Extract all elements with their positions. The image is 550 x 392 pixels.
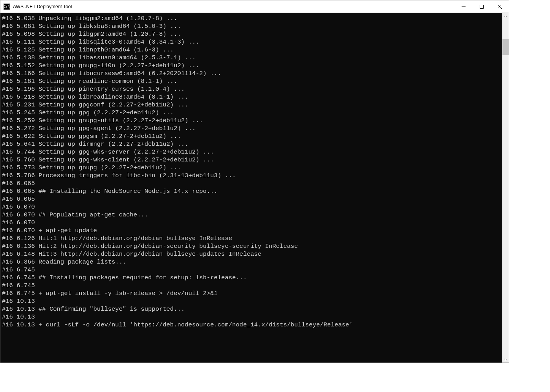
console-line: #16 5.196 Setting up pinentry-curses (1.… xyxy=(2,85,502,93)
console-line: #16 5.744 Setting up gpg-wks-server (2.2… xyxy=(2,148,502,156)
console-line: #16 5.181 Setting up readline-common (8.… xyxy=(2,77,502,85)
minimize-button[interactable] xyxy=(455,0,473,13)
console-line: #16 5.081 Setting up libksba8:amd64 (1.5… xyxy=(2,22,502,30)
console-line: #16 6.148 Hit:3 http://deb.debian.org/de… xyxy=(2,250,502,258)
console-line: #16 6.070 xyxy=(2,219,502,227)
console-line: #16 6.070 ## Populating apt-get cache... xyxy=(2,211,502,219)
console-line: #16 5.231 Setting up gpgconf (2.2.27-2+d… xyxy=(2,101,502,109)
console-line: #16 6.126 Hit:1 http://deb.debian.org/de… xyxy=(2,234,502,242)
console-line: #16 5.138 Setting up libassuan0:amd64 (2… xyxy=(2,54,502,62)
close-icon xyxy=(498,5,502,9)
window-icon: C:\ xyxy=(4,4,10,10)
console-line: #16 5.245 Setting up gpg (2.2.27-2+deb11… xyxy=(2,109,502,117)
console-line: #16 5.760 Setting up gpg-wks-client (2.2… xyxy=(2,156,502,164)
vertical-scrollbar[interactable] xyxy=(502,13,509,363)
console-line: #16 6.065 ## Installing the NodeSource N… xyxy=(2,187,502,195)
console-line: #16 5.098 Setting up libgpm2:amd64 (1.20… xyxy=(2,30,502,38)
console-line: #16 5.786 Processing triggers for libc-b… xyxy=(2,172,502,180)
console-line: #16 6.745 xyxy=(2,282,502,289)
console-line: #16 5.622 Setting up gpgsm (2.2.27-2+deb… xyxy=(2,132,502,140)
console-line: #16 5.166 Setting up libncursesw6:amd64 … xyxy=(2,70,502,77)
scrollbar-track[interactable] xyxy=(502,20,509,356)
console-line: #16 5.218 Setting up libreadline8:amd64 … xyxy=(2,93,502,101)
console-line: #16 5.111 Setting up libsqlite3-0:amd64 … xyxy=(2,38,502,46)
console-line: #16 5.641 Setting up dirmngr (2.2.27-2+d… xyxy=(2,140,502,148)
console-output[interactable]: #16 5.038 Unpacking libgpm2:amd64 (1.20.… xyxy=(0,13,502,363)
scrollbar-down-button[interactable] xyxy=(502,356,509,363)
scrollbar-up-button[interactable] xyxy=(502,13,509,20)
console-line: #16 10.13 + curl -sLf -o /dev/null 'http… xyxy=(2,321,502,329)
window-title: AWS .NET Deployment Tool xyxy=(13,4,455,9)
console-line: #16 6.745 + apt-get install -y lsb-relea… xyxy=(2,289,502,297)
console-line: #16 10.13 xyxy=(2,313,502,321)
console-line: #16 6.366 Reading package lists... xyxy=(2,258,502,266)
console-line: #16 6.136 Hit:2 http://deb.debian.org/de… xyxy=(2,242,502,250)
window-titlebar: C:\ AWS .NET Deployment Tool xyxy=(0,0,509,13)
console-line: #16 6.065 xyxy=(2,180,502,187)
close-button[interactable] xyxy=(491,0,509,13)
maximize-icon xyxy=(480,5,484,9)
console-line: #16 6.070 + apt-get update xyxy=(2,227,502,234)
console-line: #16 5.152 Setting up gnupg-l10n (2.2.27-… xyxy=(2,62,502,70)
console-line: #16 6.070 xyxy=(2,203,502,211)
console-line: #16 6.745 xyxy=(2,266,502,274)
scrollbar-thumb[interactable] xyxy=(502,39,509,55)
console-line: #16 6.065 xyxy=(2,195,502,203)
console-line: #16 10.13 xyxy=(2,297,502,305)
console-line: #16 5.259 Setting up gnupg-utils (2.2.27… xyxy=(2,117,502,125)
console-area: #16 5.038 Unpacking libgpm2:amd64 (1.20.… xyxy=(0,13,509,363)
chevron-up-icon xyxy=(504,15,507,18)
console-line: #16 6.745 ## Installing packages require… xyxy=(2,274,502,282)
minimize-icon xyxy=(462,5,466,9)
console-line: #16 10.13 ## Confirming "bullseye" is su… xyxy=(2,305,502,313)
window-buttons xyxy=(455,0,509,13)
chevron-down-icon xyxy=(504,358,507,361)
svg-rect-1 xyxy=(480,5,484,8)
console-line: #16 5.773 Setting up gnupg (2.2.27-2+deb… xyxy=(2,164,502,172)
console-line: #16 5.125 Setting up libnpth0:amd64 (1.6… xyxy=(2,46,502,54)
console-line: #16 5.038 Unpacking libgpm2:amd64 (1.20.… xyxy=(2,15,502,22)
console-line: #16 5.272 Setting up gpg-agent (2.2.27-2… xyxy=(2,125,502,132)
maximize-button[interactable] xyxy=(473,0,491,13)
